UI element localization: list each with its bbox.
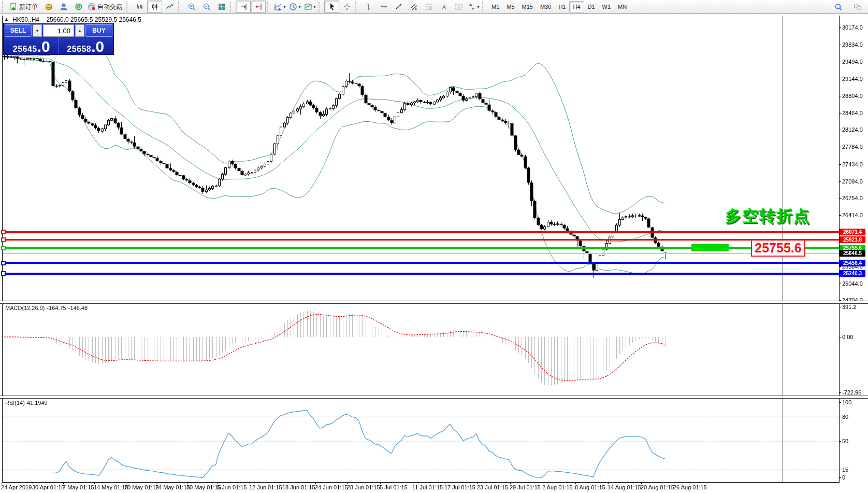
dropdown-arrow-icon[interactable]: ▾: [298, 5, 300, 9]
time-axis-label: 24 May 01:15: [155, 484, 190, 490]
signal-icon: [75, 3, 83, 11]
toolbar-grip: [267, 2, 270, 12]
auto-scroll-button[interactable]: [236, 1, 251, 13]
time-axis-line[interactable]: [2, 482, 840, 483]
text-button[interactable]: A: [436, 1, 451, 13]
autotrading-button[interactable]: 自动交易: [86, 1, 125, 13]
tf-d1[interactable]: D1: [584, 1, 599, 12]
sell-price[interactable]: 25645 .0: [5, 37, 59, 54]
community-button[interactable]: [56, 1, 71, 13]
volume-decrease-button[interactable]: ▼: [33, 24, 42, 37]
search-icon: [834, 3, 843, 11]
dropdown-arrow-icon[interactable]: ▾: [313, 5, 315, 9]
tf-mn[interactable]: MN: [614, 1, 630, 12]
line-anchor-handle[interactable]: [1, 246, 6, 250]
periods-button[interactable]: ▾: [287, 1, 302, 13]
price-tick-label: 25044.0: [842, 280, 863, 287]
zoomout-icon: [202, 3, 211, 11]
line-anchor-handle[interactable]: [1, 261, 6, 265]
line-anchor-handle[interactable]: [1, 237, 6, 242]
tile-windows-button[interactable]: [214, 1, 229, 13]
time-axis-tick: [187, 483, 187, 484]
trendline-button[interactable]: [391, 1, 406, 13]
addindicator-icon: [274, 3, 282, 11]
price-line-support[interactable]: [3, 262, 839, 264]
macd-tick-label: -722.96: [842, 389, 861, 396]
volume-field[interactable]: 1.00: [43, 24, 74, 37]
crosshair-button[interactable]: [339, 1, 354, 13]
cursor-button[interactable]: [324, 1, 339, 13]
chat-button[interactable]: [850, 1, 865, 13]
volume-increase-button[interactable]: ▲: [75, 24, 84, 37]
autotrade-icon: [88, 3, 96, 11]
tf-m1[interactable]: M1: [488, 1, 503, 12]
tf-h1[interactable]: H1: [555, 1, 569, 12]
dropdown-arrow-icon[interactable]: ▾: [477, 5, 479, 9]
signals-button[interactable]: [71, 1, 86, 13]
panel-separator-macd[interactable]: [0, 301, 868, 304]
templates-button[interactable]: ▾: [302, 1, 317, 13]
buy-button[interactable]: BUY: [85, 24, 112, 37]
macd-label: MACD(12,26,9)-164.75-146.48: [5, 305, 90, 311]
price-line-current-price[interactable]: [3, 253, 839, 254]
time-axis-tick: [218, 483, 218, 484]
clock-icon: [289, 3, 297, 11]
time-axis-label: 24 Jun 01:15: [315, 484, 348, 490]
toolbar-grip: [230, 2, 234, 12]
price-tick-label: 29144.0: [842, 76, 863, 82]
time-axis-tick: [33, 483, 33, 484]
price-line-resistance[interactable]: [3, 239, 839, 241]
horizontal-line-button[interactable]: [376, 1, 391, 13]
svg-text:A: A: [442, 4, 446, 11]
tf-m30[interactable]: M30: [537, 1, 555, 12]
search-button[interactable]: [831, 1, 846, 13]
candlestick-chart-button[interactable]: [147, 1, 162, 13]
toolbar-grip: [2, 2, 6, 12]
zoom-out-button[interactable]: [199, 1, 214, 13]
time-axis-tick: [63, 483, 64, 484]
tf-m15[interactable]: M15: [518, 1, 537, 12]
indicators-button[interactable]: ▾: [272, 1, 287, 13]
price-tick-label: 27434.0: [842, 161, 863, 167]
price-line-resistance[interactable]: [3, 231, 839, 233]
time-axis-label: 26 Aug 01:15: [673, 484, 707, 490]
line-anchor-handle[interactable]: [1, 271, 6, 276]
vertical-line-button[interactable]: [361, 1, 376, 13]
time-axis-label: 12 Jun 01:15: [249, 484, 282, 490]
new-order-button[interactable]: 新订单: [8, 1, 41, 13]
equidistant-channel-button[interactable]: E: [406, 1, 421, 13]
turning-point-annotation[interactable]: 多空转折点: [725, 205, 811, 227]
bar-chart-button[interactable]: [132, 1, 147, 13]
buy-price[interactable]: 25658 .0: [59, 37, 113, 54]
time-axis-tick: [543, 483, 543, 484]
arrows-button[interactable]: ▾: [466, 1, 481, 13]
vline-icon: [365, 3, 373, 11]
arrows-icon: [468, 3, 476, 11]
text-label-button[interactable]: T: [451, 1, 466, 13]
autotrading-button-label: 自动交易: [97, 3, 122, 11]
price-line-support[interactable]: [3, 273, 839, 275]
line-chart-button[interactable]: [162, 1, 177, 13]
zoom-in-button[interactable]: [184, 1, 199, 13]
one-click-collapse-toggle[interactable]: ▲: [4, 17, 9, 22]
chart-title: HK50.,H4 25660.0 25665.5 25529.5 25646.5: [12, 16, 141, 23]
fibonacci-button[interactable]: F: [421, 1, 436, 13]
tf-h4[interactable]: H4: [569, 1, 584, 12]
price-callout-label[interactable]: 25755.6: [751, 240, 805, 257]
funds-button[interactable]: [41, 1, 56, 13]
tf-m5[interactable]: M5: [503, 1, 518, 12]
new-order-button-label: 新订单: [19, 3, 38, 11]
tf-w1[interactable]: W1: [599, 1, 615, 12]
dropdown-arrow-icon[interactable]: ▾: [283, 5, 285, 9]
rsi-tick-label: 80: [842, 414, 848, 420]
sell-button[interactable]: SELL: [5, 24, 32, 37]
chart-shift-button[interactable]: [251, 1, 266, 13]
highlight-zone-rectangle[interactable]: [691, 244, 729, 251]
time-axis-tick: [445, 483, 445, 484]
line-anchor-handle[interactable]: [1, 230, 6, 234]
panel-separator-rsi[interactable]: [0, 396, 868, 399]
price-tick-label: 30174.0: [842, 24, 863, 31]
rsi-tick-label: 50: [842, 438, 848, 444]
cursor-icon: [328, 3, 336, 11]
price-tick-label: 26754.0: [842, 195, 863, 201]
